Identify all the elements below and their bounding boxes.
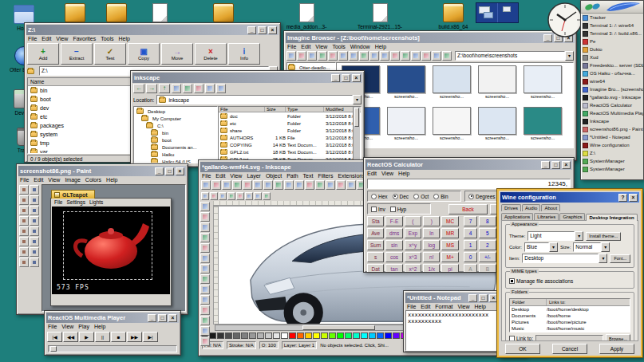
menu-item[interactable]: View [56,36,68,41]
toolbar-icon[interactable] [219,192,227,200]
maximize-button[interactable]: □ [479,294,488,302]
workspace-2[interactable] [498,3,519,22]
color-swatch[interactable] [305,332,312,339]
color-swatch[interactable] [257,332,264,339]
menu-item[interactable]: Edit [301,44,310,49]
column-header[interactable]: Size [265,107,286,112]
menu-item[interactable]: View [230,173,242,179]
config-tab[interactable]: About [541,204,560,211]
font-button[interactable]: Font... [610,254,630,263]
color-swatch[interactable] [361,332,368,339]
menu-item[interactable]: Text [303,173,314,179]
toolbar-icon[interactable] [401,51,410,61]
calculator-button[interactable]: dms [385,228,402,238]
location-combo[interactable]: inkscape ▾ [156,95,362,104]
color-swatch[interactable] [345,332,352,339]
manage-associations-checkbox[interactable]: Manage file associations [509,278,573,284]
tool-icon[interactable] [200,336,210,346]
deskbar-window-item[interactable]: Z:\ [581,149,643,157]
toolbar-icon[interactable] [263,180,273,190]
calculator-button[interactable]: cos [385,252,402,262]
calculator-button[interactable]: Back [448,204,488,214]
chevron-down-icon[interactable]: ▾ [353,95,362,104]
properties-icon[interactable] [216,84,226,93]
calculator-button[interactable]: ln [423,228,440,238]
menu-item[interactable]: View [458,304,470,309]
deskbar-window-item[interactable]: Terminal 1: /: wine64 [581,22,643,30]
menu-item[interactable]: View [315,44,327,49]
thumbnail[interactable]: screensho... [475,65,520,105]
calculator-button[interactable]: +/- [479,252,496,262]
menu-item[interactable]: Filters [318,173,333,179]
menu-item[interactable]: Edit [34,177,43,183]
column-header[interactable]: File [219,107,265,112]
toolbar-icon[interactable] [318,51,327,61]
toolbar-button[interactable]: × Delete [195,43,227,65]
seek-slider[interactable] [48,345,177,352]
thumbnail[interactable]: screensho... [429,65,474,105]
menu-item[interactable]: View [48,177,60,183]
forward-icon[interactable]: → [146,84,157,93]
tool-icon[interactable] [200,305,210,315]
paint-tool-icon[interactable] [19,195,29,205]
menu-item[interactable]: Tools [332,44,345,49]
menu-item[interactable]: Format [435,304,452,309]
menu-item[interactable]: Edit [41,36,51,41]
playback-button[interactable]: ▶ [79,332,94,342]
dialog-button[interactable]: Apply [599,344,634,354]
tool-icon[interactable] [200,264,210,273]
color-swatch[interactable] [385,332,392,339]
calculator-button[interactable]: 4 [464,228,477,238]
base-radio[interactable]: Hex [371,194,388,199]
menu-item[interactable]: Help [398,171,409,176]
base-radio[interactable]: Dec [393,194,409,199]
maximize-button[interactable]: □ [551,161,560,169]
close-button[interactable]: × [629,194,638,202]
color-swatch[interactable] [281,332,288,339]
menu-item[interactable]: Window [350,44,370,49]
calculator-button[interactable]: 8 [479,216,496,226]
deskbar-window-item[interactable]: Inkscape [581,117,643,125]
color-swatch[interactable] [241,332,248,339]
delete-icon[interactable] [205,84,215,93]
menu-item[interactable]: Extensions [338,173,365,179]
calculator-button[interactable]: s [367,252,384,262]
menu-item[interactable]: File [28,36,37,41]
modifier-checkbox[interactable]: Hyp [390,207,407,212]
minimize-button[interactable]: _ [247,26,256,34]
calculator-button[interactable]: Sta [367,216,384,226]
toolbar-button[interactable]: + Add [27,43,59,65]
tree-item[interactable]: Documents an... [135,144,216,151]
browse-button[interactable]: Browse... [606,334,630,341]
paint-tool-icon[interactable] [19,237,29,246]
toolbar-button[interactable]: ▣ Copy [128,43,160,65]
config-tab[interactable]: Desktop Integration [586,214,637,221]
toolbar-icon[interactable] [243,180,252,190]
dialog-button[interactable]: Cancel [552,344,587,354]
tool-icon[interactable] [200,316,210,325]
thumbnail[interactable]: screensho... [520,65,565,105]
deskbar-window-item[interactable]: wine64 [581,77,643,85]
menu-item[interactable]: Favorites [73,36,96,41]
analog-clock[interactable] [546,1,584,39]
color-swatch[interactable] [225,332,232,339]
toolbar-icon[interactable] [286,51,296,61]
file-row[interactable]: GPL2.txt 18 KB Text Docum... 3/12/2018 8… [219,148,361,155]
minimize-button[interactable]: _ [541,161,550,169]
calculator-button[interactable]: MC [441,216,458,226]
close-button[interactable]: × [176,167,184,175]
base-radio[interactable]: Bin [433,194,448,199]
menu-item[interactable]: File [48,324,57,329]
color-select[interactable]: Blue ▾ [524,242,558,252]
color-swatch[interactable] [297,332,304,339]
size-select[interactable]: Normal ▾ [573,242,610,252]
calculator-button[interactable]: sin [385,240,402,250]
tree-item[interactable]: Haiku [135,151,216,158]
menu-item[interactable]: File [287,44,296,49]
fill-value[interactable]: N/A [213,343,221,348]
paint-canvas[interactable]: GLTeapot FileSettingsLights [41,184,186,312]
minimize-button[interactable]: _ [331,74,340,82]
color-swatch[interactable] [233,332,240,339]
playback-button[interactable]: ■ [111,332,126,342]
toolbar-button[interactable]: − Extract [61,43,93,65]
